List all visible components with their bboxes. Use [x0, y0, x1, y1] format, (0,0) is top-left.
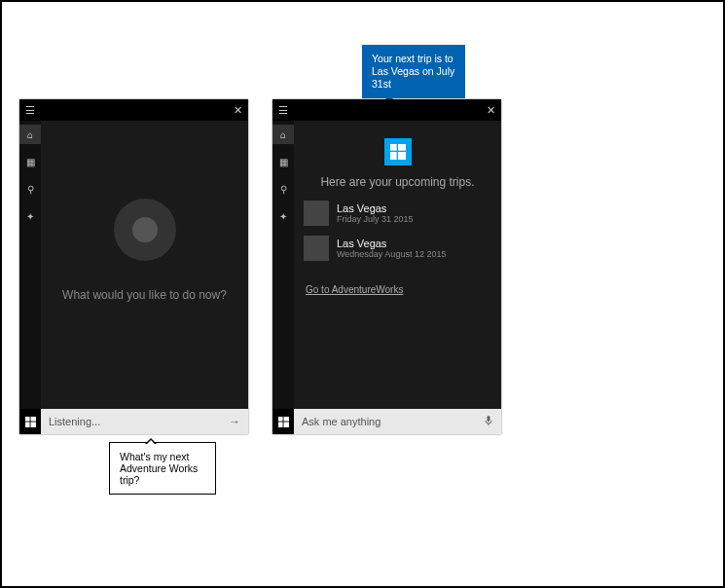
- search-input-placeholder: Ask me anything: [302, 416, 484, 427]
- trip-destination: Las Vegas: [337, 238, 446, 249]
- content-area: Here are your upcoming trips. Las Vegas …: [294, 121, 501, 409]
- sidebar: ⌂ ▦ ⚲ ✦: [19, 121, 41, 409]
- home-icon[interactable]: ⌂: [272, 125, 294, 144]
- prompt-text: What would you like to do now?: [41, 288, 248, 302]
- speech-text: What's my next Adventure Works trip?: [120, 451, 198, 486]
- titlebar: ☰ ✕: [272, 99, 501, 121]
- trip-list: Las Vegas Friday July 31 2015 Las Vegas …: [304, 201, 491, 271]
- svg-rect-6: [390, 152, 397, 160]
- home-icon[interactable]: ⌂: [19, 125, 41, 144]
- cortana-panel-results: ☰ ✕ ⌂ ▦ ⚲ ✦ Here are your upcoming trips…: [272, 99, 501, 434]
- results-heading: Here are your upcoming trips.: [294, 175, 501, 189]
- send-arrow-icon[interactable]: →: [229, 415, 240, 428]
- trip-destination: Las Vegas: [337, 202, 414, 214]
- svg-rect-11: [283, 422, 289, 427]
- app-deep-link[interactable]: Go to AdventureWorks: [306, 284, 403, 295]
- cortana-panel-listening: ☰ ✕ ⌂ ▦ ⚲ ✦ What would you like to do no…: [19, 99, 248, 434]
- trip-item[interactable]: Las Vegas Wednesday August 12 2015: [304, 236, 491, 261]
- cortana-speech-tooltip: Your next trip is to Las Vegas on July 3…: [362, 45, 465, 98]
- close-icon[interactable]: ✕: [487, 104, 495, 117]
- tooltip-text: Your next trip is to Las Vegas on July 3…: [372, 53, 454, 90]
- svg-rect-7: [398, 152, 406, 160]
- cortana-orb-icon: [114, 199, 176, 261]
- svg-rect-10: [278, 422, 283, 427]
- reminders-icon[interactable]: ✦: [19, 206, 41, 226]
- trip-thumb-icon: [304, 236, 329, 261]
- search-input[interactable]: Listening... →: [41, 409, 248, 434]
- svg-rect-8: [278, 417, 283, 422]
- svg-rect-0: [25, 417, 30, 422]
- notebook-icon[interactable]: ▦: [19, 152, 41, 171]
- titlebar: ☰ ✕: [19, 99, 248, 121]
- search-input-text: Listening...: [49, 416, 229, 427]
- trip-date: Wednesday August 12 2015: [337, 249, 446, 259]
- user-speech-bubble: What's my next Adventure Works trip?: [109, 442, 216, 495]
- svg-rect-2: [25, 422, 30, 427]
- svg-rect-5: [398, 144, 406, 151]
- svg-rect-9: [283, 417, 289, 422]
- mic-icon[interactable]: [484, 415, 493, 429]
- trip-item[interactable]: Las Vegas Friday July 31 2015: [304, 201, 491, 226]
- start-button[interactable]: [19, 409, 41, 434]
- sidebar: ⌂ ▦ ⚲ ✦: [272, 121, 294, 409]
- trip-date: Friday July 31 2015: [337, 214, 414, 224]
- hamburger-icon[interactable]: ☰: [278, 104, 288, 117]
- search-input[interactable]: Ask me anything: [294, 409, 501, 434]
- app-tile-icon: [384, 138, 412, 165]
- hamburger-icon[interactable]: ☰: [25, 104, 35, 117]
- notebook-icon[interactable]: ▦: [272, 152, 294, 171]
- content-area: What would you like to do now?: [41, 121, 248, 409]
- close-icon[interactable]: ✕: [234, 104, 242, 117]
- svg-rect-4: [390, 144, 397, 151]
- svg-rect-1: [30, 417, 36, 422]
- places-icon[interactable]: ⚲: [19, 179, 41, 199]
- reminders-icon[interactable]: ✦: [272, 206, 294, 226]
- windows-logo-icon: [278, 417, 289, 427]
- svg-rect-12: [488, 416, 490, 422]
- windows-logo-icon: [25, 417, 36, 427]
- trip-thumb-icon: [304, 201, 329, 226]
- places-icon[interactable]: ⚲: [272, 179, 294, 199]
- start-button[interactable]: [272, 409, 294, 434]
- svg-rect-3: [30, 422, 36, 427]
